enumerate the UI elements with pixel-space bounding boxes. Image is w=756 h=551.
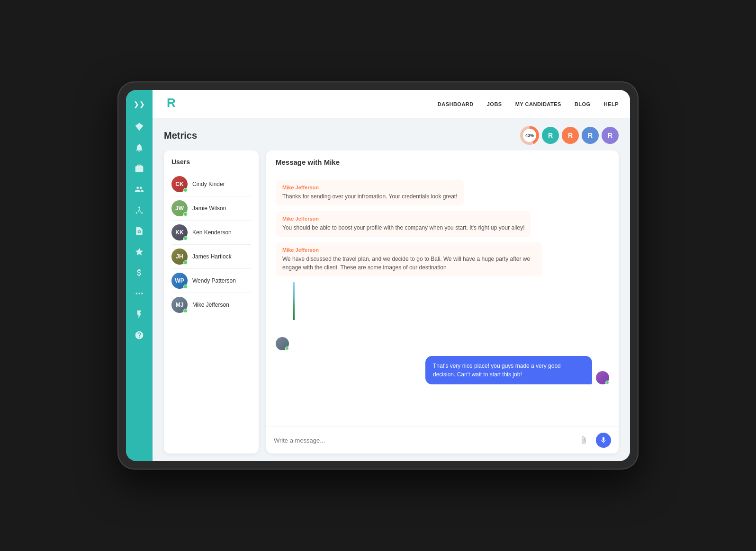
nav-jobs[interactable]: JOBS [487,101,502,107]
attach-button[interactable] [576,433,591,448]
sidebar-icon-question[interactable] [131,327,148,344]
message-images [293,282,295,350]
message-body[interactable]: Mike Jefferson Thanks for sending over y… [266,172,619,427]
nav-candidates[interactable]: MY CANDIDATES [515,101,561,107]
page-header: Metrics 43% R R R R [153,118,630,151]
user-name: Wendy Patterson [192,277,236,284]
svg-point-0 [138,207,140,208]
list-item[interactable]: CK Cindy Kinder [171,172,251,196]
status-dot [183,309,188,313]
user-name: Mike Jefferson [192,302,229,308]
message-input[interactable] [274,437,571,444]
status-dot [183,236,188,240]
nav-links: DASHBOARD JOBS MY CANDIDATES BLOG HELP [438,101,619,107]
list-item[interactable]: JW Jamie Wilson [171,196,251,221]
sidebar-icon-bell[interactable] [131,139,148,156]
message-sender: Mike Jefferson [282,216,524,222]
sidebar-icon-connections[interactable] [131,202,148,219]
tablet-frame: ❯❯ [117,81,639,470]
sidebar-icon-dollar[interactable] [131,264,148,281]
message-sent-row: That's very nice place! you guys made a … [276,356,609,384]
own-online-dot [605,381,609,384]
avatar-badge-1[interactable]: R [542,127,559,144]
sidebar-icon-document-user[interactable] [131,222,148,240]
user-name: James Hartlock [192,253,232,260]
message-sender: Mike Jefferson [282,247,536,253]
user-name: Cindy Kinder [192,181,225,187]
nav-help[interactable]: HELP [604,101,619,107]
message-input-area [266,427,619,453]
sidebar-icon-briefcase[interactable] [131,160,148,177]
message-with-avatar: Mike Jefferson We have discussed the tra… [276,242,609,350]
user-avatar-wrap: WP [171,273,188,289]
avatar-badge-4[interactable]: R [602,127,619,144]
list-item[interactable]: KK Ken Kenderson [171,221,251,245]
message-received-2: Mike Jefferson You should be able to boo… [276,211,531,237]
list-item[interactable]: WP Wendy Patterson [171,269,251,293]
user-avatar-wrap: JW [171,200,188,216]
header-avatars: 43% R R R R [520,126,619,145]
content-area: Users CK Cindy Kinder JW Jamie [153,151,630,461]
page-title: Metrics [164,130,197,141]
svg-point-3 [136,293,137,294]
user-name: Ken Kenderson [192,229,232,236]
nav-dashboard[interactable]: DASHBOARD [438,101,474,107]
user-avatar-wrap: JH [171,249,188,265]
svg-point-2 [141,212,143,213]
app-logo: R [164,94,181,114]
avatar-badge-3[interactable]: R [582,127,599,144]
sender-avatar-small [276,337,289,350]
sidebar-icon-diamond[interactable] [131,118,148,135]
svg-point-4 [138,293,140,294]
user-name: Jamie Wilson [192,205,226,212]
message-text: You should be able to boost your profile… [282,223,524,232]
mic-button[interactable] [596,433,611,448]
sidebar-expand-button[interactable]: ❯❯ [131,98,148,111]
svg-point-1 [136,212,137,213]
message-text: We have discussed the travel plan, and w… [282,255,536,272]
sidebar-icon-star[interactable] [131,243,148,260]
users-panel: Users CK Cindy Kinder JW Jamie [164,151,259,453]
message-received-1: Mike Jefferson Thanks for sending over y… [276,180,464,205]
status-dot [183,284,188,289]
sidebar-icon-users-plus[interactable] [131,181,148,198]
user-avatar-wrap: KK [171,224,188,240]
progress-circle: 43% [520,126,539,145]
user-avatar-wrap: MJ [171,297,188,313]
avatar-badge-2[interactable]: R [562,127,579,144]
top-nav: R DASHBOARD JOBS MY CANDIDATES BLOG HELP [153,90,630,118]
online-dot [285,347,289,350]
progress-label: 43% [525,133,534,138]
status-dot [183,188,188,192]
svg-point-5 [141,293,143,294]
sidebar-icon-lightning[interactable] [131,306,148,323]
message-text: Thanks for sending over your infromation… [282,192,458,201]
message-panel: Message with Mike Mike Jefferson Thanks … [266,151,619,453]
user-avatar-wrap: CK [171,176,188,192]
message-sender: Mike Jefferson [282,185,458,190]
tablet-screen: ❯❯ [126,90,630,461]
status-dot [183,260,188,265]
list-item[interactable]: JH James Hartlock [171,245,251,269]
image-top [293,282,295,320]
users-panel-title: Users [171,158,251,166]
nav-blog[interactable]: BLOG [575,101,591,107]
own-avatar [596,371,609,384]
message-sent: That's very nice place! you guys made a … [425,356,592,384]
status-dot [183,212,188,216]
main-content: R DASHBOARD JOBS MY CANDIDATES BLOG HELP… [153,90,630,461]
sidebar: ❯❯ [126,90,153,461]
list-item[interactable]: MJ Mike Jefferson [171,293,251,317]
message-header: Message with Mike [266,151,619,172]
sidebar-icon-dots[interactable] [131,285,148,302]
svg-text:R: R [167,96,176,110]
message-received-3: Mike Jefferson We have discussed the tra… [276,242,542,276]
